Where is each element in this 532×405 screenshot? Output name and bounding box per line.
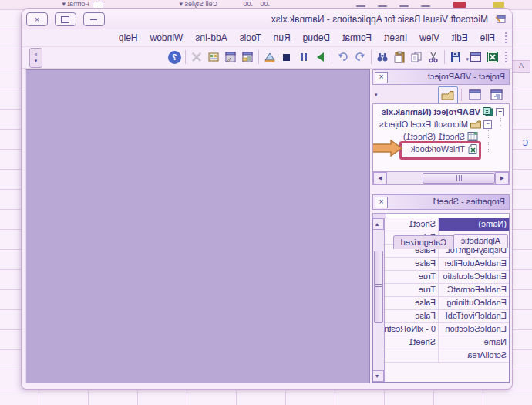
- scroll-thumb[interactable]: [423, 173, 495, 184]
- property-row[interactable]: EnableFormatCTrue: [384, 284, 509, 297]
- minimize-button[interactable]: [83, 12, 105, 26]
- toolbox-button[interactable]: [188, 49, 205, 66]
- thumb-grip: [456, 175, 462, 181]
- minimize-icon: [91, 19, 98, 20]
- property-row[interactable]: EnableSelection0 - xlNoRestric: [384, 323, 509, 336]
- excel-cell-text[interactable]: C: [523, 139, 528, 147]
- dashes-icon[interactable]: [356, 5, 365, 7]
- close-button[interactable]: ×: [26, 12, 48, 26]
- caret-down-icon: ▾: [179, 0, 183, 8]
- toolbar-options-button[interactable]: » ▾: [29, 48, 42, 68]
- properties-close-button[interactable]: ×: [375, 197, 388, 208]
- save-button[interactable]: [447, 49, 464, 66]
- mdi-workspace[interactable]: [25, 69, 370, 383]
- stop-icon: [281, 51, 293, 63]
- caret-down-icon: ▾: [35, 58, 38, 64]
- menu-insert[interactable]: Insert: [378, 30, 413, 46]
- excel-column-header[interactable]: A: [512, 60, 530, 73]
- menu-view[interactable]: View: [413, 30, 446, 46]
- fill-color-icon[interactable]: [493, 2, 504, 8]
- cell-styles-button[interactable]: Cell Styles ▾: [179, 0, 217, 8]
- copy-button[interactable]: [408, 49, 425, 66]
- insert-userform-button[interactable]: [467, 49, 484, 66]
- reset-button[interactable]: [278, 49, 295, 66]
- properties-panel-caption[interactable]: Properties - Sheet1 ×: [372, 194, 510, 210]
- properties-tabs: Alphabetic Categorized: [372, 233, 510, 250]
- increase-decimal-button[interactable]: .00: [243, 0, 253, 8]
- menu-edit[interactable]: Edit: [446, 30, 474, 46]
- tab-alphabetic[interactable]: Alphabetic: [453, 234, 508, 248]
- decrease-decimal-button[interactable]: .00: [260, 0, 270, 8]
- scroll-down-button[interactable]: ▼: [372, 370, 384, 382]
- design-mode-button[interactable]: [261, 49, 278, 66]
- toolbar-drag-handle[interactable]: [505, 52, 507, 62]
- tab-categorized[interactable]: Categorized: [393, 235, 454, 249]
- annotation-highlight-box: [399, 141, 481, 160]
- collapse-icon[interactable]: −: [483, 120, 492, 129]
- tree-item-excel-objects[interactable]: − Microsoft Excel Objects: [373, 118, 492, 130]
- property-row[interactable]: EnablePivotTablFalse: [384, 310, 509, 323]
- menu-tools[interactable]: Tools: [234, 30, 268, 46]
- help-button[interactable]: ?: [166, 49, 183, 66]
- title-bar[interactable]: Microsoft Visual Basic for Applications …: [22, 9, 512, 29]
- property-row[interactable]: EnableOutliningFalse: [384, 297, 509, 310]
- redo-button[interactable]: [335, 49, 352, 66]
- properties-vertical-scrollbar[interactable]: ▲ ▼: [373, 218, 385, 382]
- object-browser-button[interactable]: [205, 49, 222, 66]
- close-icon: ×: [379, 197, 384, 206]
- toggle-folders-button[interactable]: [438, 86, 458, 104]
- cut-button[interactable]: [425, 49, 442, 66]
- format-button[interactable]: Format ▾: [62, 0, 89, 8]
- clipboard-icon: [393, 51, 406, 63]
- scroll-up-button[interactable]: ▲: [372, 218, 384, 230]
- collapse-icon[interactable]: −: [496, 108, 504, 116]
- toolbar-separator: [332, 50, 332, 64]
- tree-item-vbaproject[interactable]: − VBAProject (Namnak.xls: [373, 106, 504, 118]
- menu-debug[interactable]: Debug: [297, 30, 336, 46]
- view-microsoft-excel-button[interactable]: [484, 49, 501, 66]
- scroll-thumb[interactable]: [374, 251, 383, 323]
- scissors-icon: [427, 51, 439, 63]
- menu-format[interactable]: Format: [336, 30, 378, 46]
- menu-help[interactable]: Help: [113, 30, 144, 46]
- project-explorer-button[interactable]: [239, 49, 256, 66]
- insert-dropdown-caret-icon[interactable]: ▾: [466, 56, 469, 62]
- property-row[interactable]: ScrollArea: [384, 349, 509, 363]
- menu-run[interactable]: Run: [268, 30, 297, 46]
- properties-window-button[interactable]: [222, 49, 239, 66]
- maximize-button[interactable]: [55, 12, 76, 26]
- property-row[interactable]: EnableCalculatioTrue: [384, 271, 509, 284]
- menu-window[interactable]: Window: [144, 30, 190, 46]
- view-object-button[interactable]: [465, 86, 485, 104]
- border-icon[interactable]: [421, 5, 430, 7]
- property-row[interactable]: NameSheet1: [384, 336, 509, 349]
- strike-icon[interactable]: [378, 5, 387, 7]
- project-horizontal-scrollbar[interactable]: ◀ ▶: [372, 171, 510, 185]
- project-panel-caption[interactable]: Project - VBAProject ×: [372, 69, 510, 85]
- annotation-arrow: [372, 140, 402, 157]
- save-icon: [450, 51, 462, 63]
- format-table-icon: [93, 2, 103, 9]
- scroll-right-button[interactable]: ▶: [373, 172, 387, 184]
- worksheet-icon: [467, 132, 478, 141]
- find-button[interactable]: [374, 49, 391, 66]
- undo-button[interactable]: [352, 49, 369, 66]
- project-close-button[interactable]: ×: [375, 72, 388, 83]
- run-button[interactable]: [312, 49, 329, 66]
- panel-options-caret-icon[interactable]: ▾: [375, 92, 378, 98]
- undo-arrow-icon: [354, 51, 366, 63]
- font-color-icon[interactable]: [453, 2, 466, 8]
- scroll-left-button[interactable]: ◀: [495, 172, 509, 184]
- property-row[interactable]: EnableAutoFilterFalse: [384, 258, 509, 271]
- paste-button[interactable]: [391, 49, 408, 66]
- property-row[interactable]: (Name)Sheet1: [384, 218, 509, 231]
- menubar-drag-handle[interactable]: [505, 32, 507, 43]
- copy-icon: [410, 51, 423, 63]
- break-button[interactable]: [295, 49, 312, 66]
- underline-icon[interactable]: [399, 5, 409, 7]
- menu-file[interactable]: File: [474, 30, 501, 46]
- view-code-button[interactable]: [487, 86, 507, 104]
- properties-panel: Properties - Sheet1 × Sheet1 Worksheet ▼…: [372, 194, 510, 384]
- menu-add-ins[interactable]: Add-Ins: [189, 30, 233, 46]
- close-icon: ×: [379, 73, 384, 81]
